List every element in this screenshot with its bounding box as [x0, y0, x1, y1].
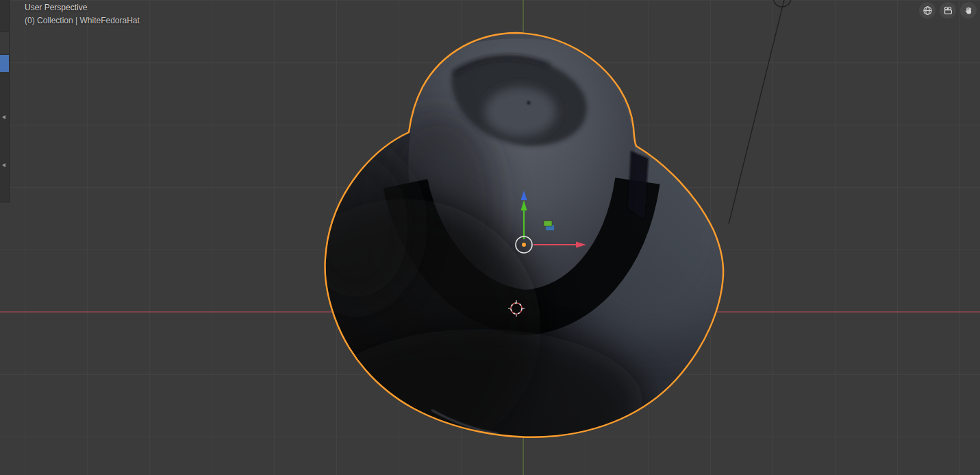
brim-shadow-upperleft: [294, 144, 418, 308]
view-perspective-label: User Perspective: [25, 1, 140, 14]
tool-segment: [0, 32, 9, 55]
scene-canvas[interactable]: [0, 0, 980, 475]
hat-object[interactable]: [267, 33, 746, 475]
brim-shadow-bottom: [315, 329, 644, 475]
toolbar-strip[interactable]: [0, 0, 10, 203]
camera-view-button[interactable]: [940, 2, 956, 19]
viewport-nav-cluster: [919, 2, 977, 19]
dent-mound: [485, 87, 556, 136]
camera-icon: [943, 5, 953, 16]
hand-icon: [964, 5, 974, 16]
viewport-3d[interactable]: User Perspective (0) Collection | WhiteF…: [0, 0, 980, 475]
collapse-arrow-icon[interactable]: [2, 115, 5, 119]
grid-sphere-icon: [922, 5, 933, 16]
collapse-arrow-icon[interactable]: [2, 163, 5, 167]
ortho-toggle-button[interactable]: [919, 2, 935, 19]
light-wire-object[interactable]: [729, 0, 791, 224]
gizmo-center-dot: [522, 243, 526, 247]
active-tool-tab[interactable]: [0, 55, 9, 72]
pan-view-button[interactable]: [960, 2, 977, 19]
dent-speck: [527, 101, 530, 104]
collection-breadcrumb: (0) Collection | WhiteFedoraHat: [25, 14, 140, 27]
